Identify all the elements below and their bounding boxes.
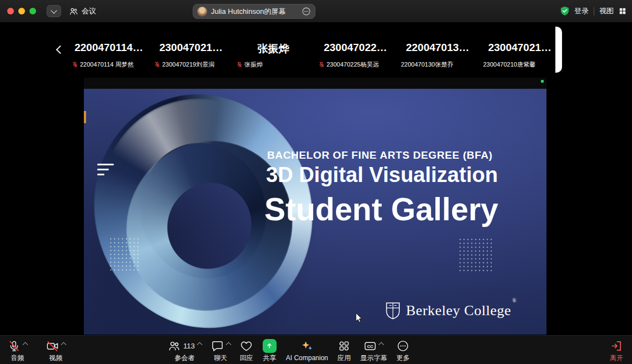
- shared-screen-content: BACHELOR OF FINE ARTS DEGREE (BFA) 3D Di…: [84, 89, 546, 335]
- slide-lines-logo: [97, 164, 114, 179]
- participant-tile[interactable]: 230047022… 2300470225杨昊远: [314, 27, 397, 73]
- apps-label: 应用: [338, 355, 351, 361]
- audio-options-caret[interactable]: [23, 342, 28, 347]
- college-name: Berkeley College®: [406, 302, 516, 319]
- reactions-label: 回应: [240, 355, 253, 361]
- reactions-button[interactable]: 回应: [240, 336, 253, 364]
- toolbar-left-group: 音频 视频: [8, 336, 66, 364]
- shared-window-topbar: [84, 78, 546, 89]
- ai-companion-label: AI Companion: [286, 355, 328, 361]
- video-label: 视频: [49, 355, 63, 361]
- audio-button[interactable]: 音频: [8, 336, 27, 364]
- share-button[interactable]: 共享: [263, 336, 277, 364]
- dot-pattern-left: [109, 237, 141, 272]
- participant-name-big: 张振烨: [233, 42, 313, 56]
- chat-button[interactable]: 聊天: [211, 336, 230, 364]
- participant-name-big: 230047022…: [315, 42, 395, 54]
- muted-mic-icon: [8, 340, 21, 352]
- shared-screen-title: Julia Hutchinson的屏幕: [211, 7, 302, 17]
- svg-text:CC: CC: [367, 343, 374, 348]
- close-window-button[interactable]: [7, 8, 14, 14]
- chat-label: 聊天: [214, 355, 227, 361]
- chevron-down-icon: [51, 7, 57, 13]
- participant-filmstrip: 2200470114… 2200470114 周梦然 230047021… 23…: [0, 27, 632, 73]
- participant-tile[interactable]: 2200470114… 2200470114 周梦然: [68, 27, 150, 73]
- meeting-toolbar: 音频 视频: [0, 335, 632, 364]
- leave-meeting-button[interactable]: 离开: [610, 336, 623, 364]
- muted-mic-icon: [72, 61, 78, 68]
- college-shield-icon: [385, 302, 400, 320]
- chevron-left-icon: [56, 45, 64, 54]
- participant-tile[interactable]: 230047021… 2300470210唐紫馨: [479, 27, 561, 73]
- filmstrip-scroll-left-button[interactable]: [55, 41, 65, 58]
- participant-name-big: 230047021…: [151, 42, 231, 54]
- traffic-lights: [7, 8, 36, 14]
- participant-tile[interactable]: 220047013… 2200470130张楚乔: [397, 27, 479, 73]
- muted-camera-icon: [46, 340, 59, 352]
- more-label: 更多: [397, 355, 410, 361]
- more-button[interactable]: 更多: [397, 336, 410, 364]
- audio-label: 音频: [11, 355, 24, 361]
- muted-mic-icon: [237, 61, 242, 68]
- titlebar-right-cluster: 登录 视图: [560, 0, 626, 22]
- meeting-people-icon: [69, 7, 78, 16]
- view-grid-icon[interactable]: [619, 7, 626, 15]
- titlebar-separator: [594, 7, 594, 16]
- leave-meeting-icon: [610, 340, 623, 352]
- participants-icon: [168, 340, 180, 352]
- share-label: 共享: [263, 355, 276, 361]
- ai-companion-button[interactable]: AI Companion: [286, 336, 328, 364]
- participant-name-label: 2200470114 周梦然: [72, 60, 133, 69]
- security-shield-icon[interactable]: [560, 6, 569, 16]
- toolbar-center-group: 113 参会者 聊天: [168, 336, 410, 364]
- login-button[interactable]: 登录: [574, 6, 589, 16]
- more-options-icon[interactable]: [302, 7, 311, 16]
- participant-tile[interactable]: 张振烨 张振烨: [232, 27, 314, 73]
- registered-mark: ®: [512, 297, 516, 304]
- participant-name-label: 2300470219刘景润: [154, 60, 214, 69]
- participants-button[interactable]: 113 参会者: [168, 336, 202, 364]
- berkeley-college-logo: Berkeley College®: [385, 302, 516, 320]
- status-dot: [541, 80, 544, 83]
- participant-name-label: 张振烨: [237, 60, 263, 69]
- captions-button[interactable]: CC 显示字幕: [360, 336, 387, 364]
- mouse-cursor-icon: [355, 312, 363, 323]
- participant-name-label: 2200470130张楚乔: [401, 60, 453, 69]
- avatar: [197, 7, 207, 17]
- window-menu-chevron-button[interactable]: [47, 5, 61, 17]
- participant-name-big: 2200470114…: [69, 42, 149, 54]
- participants-label: 参会者: [174, 355, 194, 361]
- participant-name-big: 230047021…: [480, 42, 560, 54]
- apps-icon: [338, 340, 350, 352]
- meeting-menu-label: 会议: [82, 6, 96, 16]
- filmstrip-panel-edge: [555, 27, 562, 73]
- chat-options-caret[interactable]: [225, 342, 231, 347]
- participants-options-caret[interactable]: [197, 342, 202, 347]
- dot-pattern-right: [458, 237, 494, 272]
- participant-name-label: 2300470210唐紫馨: [483, 60, 535, 69]
- participant-tile[interactable]: 230047021… 2300470219刘景润: [150, 27, 232, 73]
- slide-kicker: BACHELOR OF FINE ARTS DEGREE (BFA): [267, 149, 493, 161]
- titlebar: 会议 Julia Hutchinson的屏幕 登录 视图: [0, 0, 632, 22]
- view-button[interactable]: 视图: [599, 6, 614, 16]
- heart-icon: [240, 340, 253, 352]
- slide-headline: Student Gallery: [264, 191, 498, 228]
- slide-title: 3D Digital Visualization: [266, 163, 498, 187]
- ai-sparkle-icon: [300, 340, 313, 352]
- muted-mic-icon: [319, 61, 324, 68]
- meeting-menu[interactable]: 会议: [69, 0, 96, 22]
- muted-mic-icon: [154, 61, 160, 68]
- participant-tiles: 2200470114… 2200470114 周梦然 230047021… 23…: [68, 27, 561, 73]
- captions-options-caret[interactable]: [379, 342, 384, 347]
- video-button[interactable]: 视频: [46, 336, 66, 364]
- chat-bubble-icon: [211, 340, 224, 352]
- video-options-caret[interactable]: [61, 342, 67, 347]
- apps-button[interactable]: 应用: [338, 336, 351, 364]
- participants-count: 113: [183, 342, 195, 350]
- fullscreen-window-button[interactable]: [29, 8, 36, 14]
- leave-label: 离开: [610, 355, 623, 361]
- more-ellipsis-icon: [397, 340, 409, 352]
- closed-captions-icon: CC: [364, 340, 377, 352]
- minimize-window-button[interactable]: [18, 8, 25, 14]
- share-screen-icon: [263, 339, 277, 353]
